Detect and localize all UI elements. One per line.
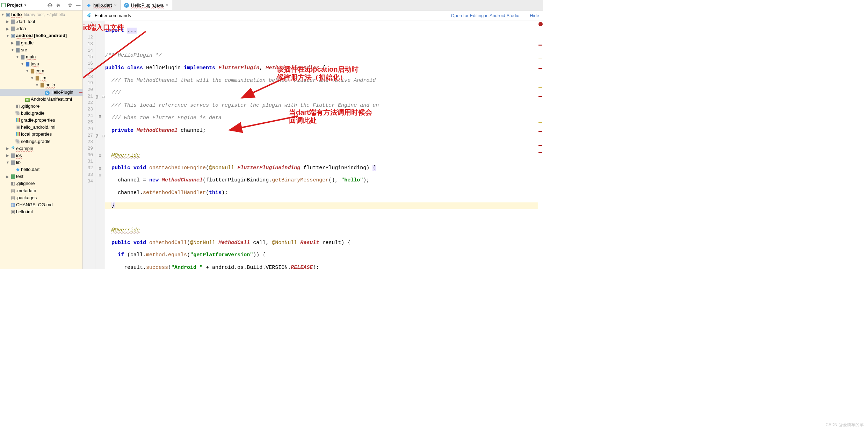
project-selector[interactable]: Project ▼	[1, 2, 27, 8]
props-icon	[15, 117, 21, 124]
project-icon	[1, 3, 6, 7]
code-area: 3121314151617181920212223242526272829303…	[83, 21, 543, 269]
dart-icon: ◆	[15, 166, 21, 173]
class-icon: C	[124, 3, 129, 8]
fold-end-icon[interactable]: ⊟	[99, 114, 101, 119]
tree-changelog[interactable]: ▥CHANGELOG.md	[0, 201, 82, 208]
tree-gradle[interactable]: ▶▇gradle	[0, 40, 82, 46]
override-icon[interactable]: @	[96, 94, 98, 99]
flutter-icon	[10, 145, 16, 152]
tree-jim[interactable]: ▼▇jim	[0, 74, 82, 81]
flutter-icon	[86, 13, 92, 19]
editor-tabs: ◆ hello.dart × C HelloPlugin.java ×	[83, 0, 543, 10]
tree-android-iml[interactable]: ▣hello_android.iml	[0, 124, 82, 131]
tree-dart-tool[interactable]: ▶▇.dart_tool	[0, 18, 82, 25]
md-icon: ▥	[10, 201, 16, 208]
close-icon[interactable]: ×	[166, 2, 168, 8]
chevron-down-icon: ▼	[24, 3, 27, 7]
editor-scrollbar[interactable]	[538, 21, 543, 269]
project-sidebar: Project ▼ ✿ — ▼▣hellolibrary root,~/git/…	[0, 0, 83, 269]
error-indicator-icon[interactable]	[538, 22, 543, 26]
tree-java[interactable]: ▼▇java	[0, 60, 82, 67]
tree-android[interactable]: ▼▣android [hello_android]	[0, 32, 82, 39]
fold-end-icon[interactable]: ⊟	[99, 166, 101, 171]
close-icon[interactable]: ×	[114, 2, 117, 8]
tree-packages[interactable]: ▤.packages	[0, 194, 82, 201]
tree-lib[interactable]: ▼▇lib	[0, 159, 82, 166]
tree-build-gradle[interactable]: 🐘build.gradle	[0, 110, 82, 117]
manifest-icon: MF	[25, 98, 30, 102]
tree-example[interactable]: ▶example	[0, 145, 82, 152]
tree-src[interactable]: ▼▇src	[0, 46, 82, 53]
banner-title: Flutter commands	[95, 13, 131, 18]
collapse-icon[interactable]	[56, 2, 61, 8]
project-title: Project	[7, 2, 22, 8]
hide-link[interactable]: Hide	[530, 13, 539, 18]
tab-label: hello.dart	[93, 2, 112, 8]
tree-hello-plugin[interactable]: CHelloPlugin	[0, 89, 82, 96]
file-icon: ◧	[15, 103, 21, 110]
tree-gitignore[interactable]: ◧.gitignore	[0, 103, 82, 110]
tree-hello-dart[interactable]: ◆hello.dart	[0, 166, 82, 173]
tree-manifest[interactable]: MFAndroidManifest.xml	[0, 96, 82, 103]
flutter-banner: Flutter commands Open for Editing in And…	[83, 10, 543, 21]
tree-gradle-props[interactable]: gradle.properties	[0, 117, 82, 124]
tree-ios[interactable]: ▶▇ios	[0, 152, 82, 159]
tree-main[interactable]: ▼▇main	[0, 53, 82, 60]
tree-gitignore2[interactable]: ◧.gitignore	[0, 180, 82, 187]
gear-icon[interactable]: ✿	[67, 2, 73, 8]
tree-settings-gradle[interactable]: 🐘settings.gradle	[0, 138, 82, 145]
fold-expand-icon[interactable]: ⊞	[99, 22, 101, 27]
tree-root[interactable]: ▼▣hellolibrary root,~/git/hello	[0, 11, 82, 18]
iml-icon: ▣	[15, 124, 21, 131]
tree-com[interactable]: ▼▇com	[0, 67, 82, 74]
tab-hello-dart[interactable]: ◆ hello.dart ×	[83, 0, 121, 10]
tree-metadata[interactable]: ▤.metadata	[0, 187, 82, 194]
tree-hello-iml[interactable]: ▣hello.iml	[0, 208, 82, 215]
test-folder-icon: ▇	[10, 173, 16, 180]
tree-local-props[interactable]: local.properties	[0, 131, 82, 138]
editor-pane: ◆ hello.dart × C HelloPlugin.java × Flut…	[83, 0, 543, 269]
file-icon: ▤	[10, 194, 16, 201]
ide-root: Project ▼ ✿ — ▼▣hellolibrary root,~/git/…	[0, 0, 543, 269]
fold-end-icon[interactable]: ⊟	[99, 153, 101, 158]
tree-hello-pkg[interactable]: ▼▇hello	[0, 81, 82, 88]
override-icon[interactable]: @	[96, 134, 98, 138]
tab-label: HelloPlugin.java	[131, 2, 164, 8]
fold-icon[interactable]: ⊟	[102, 94, 104, 99]
fold-end-icon[interactable]: ⊟	[99, 173, 101, 178]
tree-idea[interactable]: ▶▇.idea	[0, 25, 82, 32]
minimize-icon[interactable]: —	[75, 2, 81, 8]
file-icon: ▤	[10, 187, 16, 194]
project-tree[interactable]: ▼▣hellolibrary root,~/git/hello ▶▇.dart_…	[0, 10, 82, 269]
line-number-gutter: 3121314151617181920212223242526272829303…	[83, 21, 95, 269]
locate-icon[interactable]	[47, 2, 53, 8]
file-icon: ◧	[10, 180, 16, 187]
sidebar-toolbar: Project ▼ ✿ —	[0, 0, 82, 10]
main-split: Project ▼ ✿ — ▼▣hellolibrary root,~/git/…	[0, 0, 543, 269]
dart-icon: ◆	[86, 3, 91, 8]
svg-point-1	[49, 5, 50, 6]
fold-icon[interactable]: ⊟	[102, 134, 104, 138]
open-android-studio-link[interactable]: Open for Editing in Android Studio	[451, 13, 519, 18]
toolbar-sep	[64, 2, 64, 8]
icon-gutter: ⊞ @ ⊟ ⊟ @ ⊟ ⊟ ⊟ ⊟	[95, 21, 105, 269]
class-icon: C	[45, 91, 50, 95]
gradle-icon: 🐘	[15, 138, 21, 145]
tree-test[interactable]: ▶▇test	[0, 173, 82, 180]
iml-icon: ▣	[10, 208, 16, 215]
code-content[interactable]: import ... /** HelloPlugin */ public cla…	[105, 21, 538, 269]
props-icon	[15, 131, 21, 138]
gradle-icon: 🐘	[15, 110, 21, 117]
tab-hello-plugin[interactable]: C HelloPlugin.java ×	[121, 0, 172, 10]
